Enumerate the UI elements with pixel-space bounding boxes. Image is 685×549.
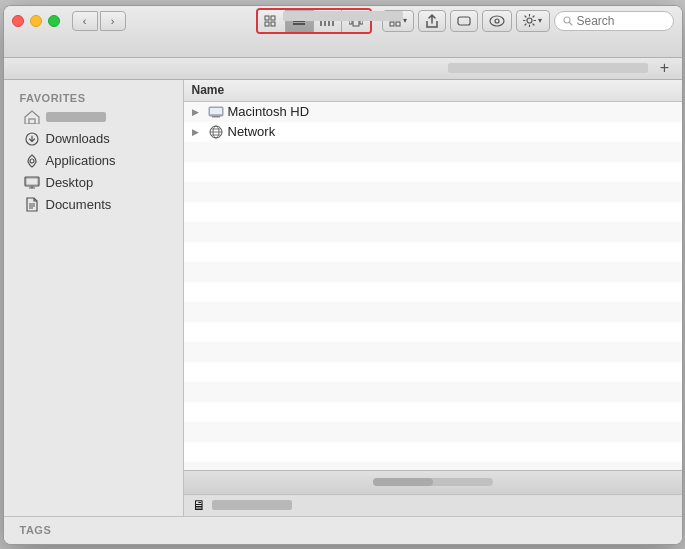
tags-section-label: Tags (20, 524, 52, 536)
svg-rect-0 (265, 16, 269, 20)
svg-rect-36 (212, 116, 220, 118)
empty-row (184, 202, 682, 222)
icon-view-button[interactable] (258, 10, 286, 32)
svg-rect-1 (271, 16, 275, 20)
content-area: Name ▶ Macintosh HD (184, 80, 682, 516)
documents-label: Documents (46, 197, 112, 212)
share-button[interactable] (418, 10, 446, 32)
tag-button[interactable] (450, 10, 478, 32)
sidebar-item-downloads[interactable]: Downloads (8, 128, 179, 150)
svg-point-20 (495, 19, 499, 23)
expand-arrow-icon: ▶ (192, 107, 204, 117)
empty-row (184, 262, 682, 282)
info-placeholder (212, 500, 292, 510)
titlebar: ‹ › (4, 6, 682, 58)
back-button[interactable]: ‹ (72, 11, 98, 31)
svg-rect-3 (271, 22, 275, 26)
empty-row (184, 382, 682, 402)
desktop-label: Desktop (46, 175, 94, 190)
tags-bar: Tags (4, 516, 682, 544)
home-label-placeholder (46, 112, 106, 122)
titlebar-top: ‹ › (4, 6, 682, 36)
empty-row (184, 282, 682, 302)
forward-button[interactable]: › (100, 11, 126, 31)
svg-rect-28 (26, 178, 38, 185)
subtitle-path-placeholder (448, 63, 648, 73)
documents-icon (24, 197, 40, 213)
favorites-section-label: Favorites (4, 88, 183, 106)
svg-rect-24 (29, 119, 35, 124)
svg-point-19 (490, 16, 504, 26)
empty-row (184, 142, 682, 162)
applications-icon (24, 153, 40, 169)
network-icon (208, 124, 224, 140)
computer-icon: 🖥 (192, 497, 206, 513)
sidebar-item-documents[interactable]: Documents (8, 194, 179, 216)
home-icon (24, 109, 40, 125)
table-row[interactable]: ▶ Macintosh HD (184, 102, 682, 122)
macintosh-hd-icon (208, 104, 224, 120)
svg-rect-17 (396, 22, 400, 26)
icon-view-icon (264, 15, 278, 27)
sidebar: Favorites Down (4, 80, 184, 516)
applications-label: Applications (46, 153, 116, 168)
empty-row (184, 442, 682, 462)
info-bar: 🖥 (184, 494, 682, 516)
share-icon (426, 14, 438, 28)
desktop-icon (24, 175, 40, 191)
main-area: Favorites Down (4, 80, 682, 516)
downloads-icon (24, 131, 40, 147)
arrange-arrow-icon: ▾ (403, 16, 407, 25)
gear-icon (523, 14, 536, 27)
svg-rect-35 (210, 108, 222, 114)
window-title-area (283, 11, 403, 21)
eye-icon (489, 15, 505, 27)
empty-row (184, 162, 682, 182)
expand-arrow-icon: ▶ (192, 127, 204, 137)
maximize-button[interactable] (48, 15, 60, 27)
nav-buttons: ‹ › (72, 11, 126, 31)
empty-row (184, 242, 682, 262)
tag-icon (457, 15, 471, 27)
empty-row (184, 302, 682, 322)
macintosh-hd-label: Macintosh HD (228, 104, 310, 119)
empty-row (184, 342, 682, 362)
traffic-lights (12, 15, 60, 27)
empty-row (184, 402, 682, 422)
column-header: Name (184, 80, 682, 102)
name-column-header: Name (192, 83, 225, 97)
search-box[interactable] (554, 11, 674, 31)
empty-row (184, 322, 682, 342)
add-tab-button[interactable]: + (656, 59, 674, 77)
window-title-placeholder (283, 11, 403, 21)
svg-rect-18 (458, 17, 470, 25)
svg-rect-16 (390, 22, 394, 26)
network-label: Network (228, 124, 276, 139)
svg-point-26 (30, 159, 34, 163)
empty-row (184, 422, 682, 442)
close-button[interactable] (12, 15, 24, 27)
statusbar (184, 470, 682, 494)
sidebar-item-home[interactable] (8, 106, 179, 128)
minimize-button[interactable] (30, 15, 42, 27)
empty-row (184, 222, 682, 242)
svg-rect-27 (25, 177, 39, 186)
gear-arrow-icon: ▾ (538, 16, 542, 25)
svg-point-21 (527, 18, 532, 23)
empty-row (184, 462, 682, 470)
sidebar-item-desktop[interactable]: Desktop (8, 172, 179, 194)
empty-row (184, 182, 682, 202)
search-input[interactable] (577, 14, 657, 28)
svg-rect-2 (265, 22, 269, 26)
sidebar-item-applications[interactable]: Applications (8, 150, 179, 172)
downloads-label: Downloads (46, 131, 110, 146)
scrollbar[interactable] (373, 478, 493, 486)
subtitlebar: + (4, 58, 682, 80)
gear-button[interactable]: ▾ (516, 10, 550, 32)
finder-window: ‹ › (3, 5, 683, 545)
table-row[interactable]: ▶ Network (184, 122, 682, 142)
empty-row (184, 362, 682, 382)
file-list: ▶ Macintosh HD ▶ (184, 102, 682, 470)
svg-line-23 (569, 22, 572, 25)
quicklook-button[interactable] (482, 10, 512, 32)
